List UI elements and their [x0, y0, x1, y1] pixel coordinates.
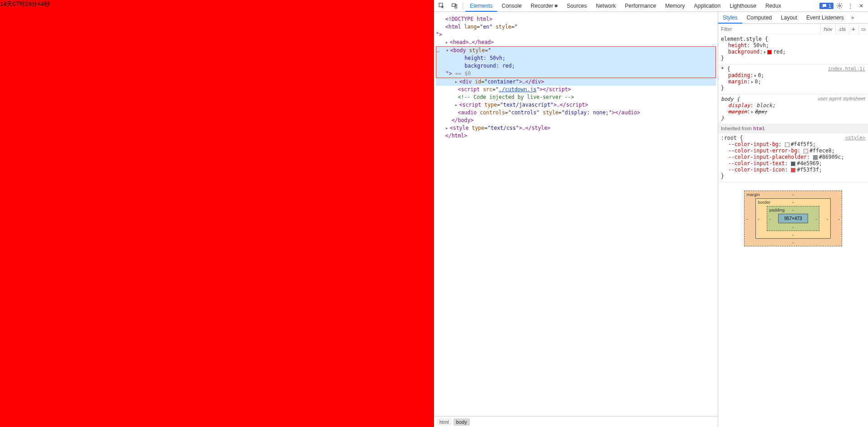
style-rules: element.style { height: 50vh; background… [718, 34, 868, 182]
ua-label: user agent stylesheet [818, 96, 865, 101]
elements-panel: <!DOCTYPE html> <html lang="en" style=" … [434, 12, 718, 427]
rule-element-style[interactable]: element.style { height: 50vh; background… [718, 34, 868, 64]
tab-performance[interactable]: Performance [620, 0, 661, 12]
devtools-body: <!DOCTYPE html> <html lang="en" style=" … [434, 12, 868, 427]
inspect-icon[interactable] [436, 0, 448, 12]
close-icon[interactable]: ✕ [856, 3, 866, 9]
tab-event-listeners[interactable]: Event Listeners [802, 12, 848, 24]
source-link[interactable]: <style> [845, 135, 865, 140]
dom-tree[interactable]: <!DOCTYPE html> <html lang="en" style=" … [434, 12, 718, 416]
crumb-html[interactable]: html [437, 418, 452, 426]
tab-redux[interactable]: Redux [761, 0, 786, 12]
tab-layout[interactable]: Layout [776, 12, 802, 24]
color-swatch-icon[interactable] [804, 149, 808, 153]
recorder-badge-icon [555, 5, 557, 7]
more-icon[interactable]: ⋮ [845, 3, 855, 9]
crumb-body[interactable]: body [454, 418, 470, 426]
color-swatch-icon[interactable] [791, 162, 795, 166]
rendered-page: 14天07时28分44秒 [0, 0, 434, 427]
tab-network[interactable]: Network [591, 0, 620, 12]
rule-body-ua[interactable]: user agent stylesheet body { display: bl… [718, 94, 868, 124]
countdown-text: 14天07时28分44秒 [0, 0, 50, 8]
tab-computed[interactable]: Computed [742, 12, 776, 24]
color-swatch-icon[interactable] [813, 155, 818, 160]
tab-recorder[interactable]: Recorder [526, 0, 562, 12]
svg-point-3 [838, 5, 840, 7]
new-rule-button[interactable]: + [849, 24, 858, 34]
styles-more-icon[interactable]: » [848, 15, 857, 21]
device-toggle-icon[interactable] [449, 0, 460, 12]
computed-toggle-icon[interactable]: ▭ [858, 24, 868, 34]
color-swatch-icon[interactable] [791, 168, 795, 172]
inherited-from: Inherited from html [718, 124, 868, 133]
main-tabs: Elements Console Recorder Sources Networ… [465, 0, 786, 12]
tab-console[interactable]: Console [497, 0, 526, 12]
styles-panel: Styles Computed Layout Event Listeners »… [718, 12, 868, 427]
tab-elements[interactable]: Elements [465, 0, 497, 12]
tab-memory[interactable]: Memory [661, 0, 689, 12]
tab-sources[interactable]: Sources [562, 0, 591, 12]
rule-star[interactable]: index.html:1( * { padding:0; margin:0; } [718, 64, 868, 94]
source-link[interactable]: index.html:1( [828, 66, 865, 71]
tab-lighthouse[interactable]: Lighthouse [725, 0, 761, 12]
devtools-tabbar: Elements Console Recorder Sources Networ… [434, 0, 868, 12]
script-link[interactable]: ./cutdown.js [499, 86, 537, 93]
selected-node[interactable]: … ▾<body style=" height: 50vh; backgroun… [436, 46, 716, 78]
divider [463, 2, 463, 10]
styles-filter-row: :hov .cls + ▭ [718, 24, 868, 34]
color-swatch-icon[interactable] [767, 50, 772, 54]
hov-toggle[interactable]: :hov [820, 24, 835, 34]
styles-filter-input[interactable] [718, 24, 819, 34]
box-model[interactable]: margin - - - - border - - - - [718, 182, 868, 255]
app-root: 14天07时28分44秒 Elements Console Recorder S… [0, 0, 868, 427]
styles-tabs: Styles Computed Layout Event Listeners » [718, 12, 868, 24]
issues-badge[interactable]: 1 [819, 3, 833, 9]
tab-styles[interactable]: Styles [718, 12, 742, 24]
tab-application[interactable]: Application [690, 0, 725, 12]
box-content: 957×473 [778, 214, 808, 223]
cls-toggle[interactable]: .cls [835, 24, 848, 34]
devtools-panel: Elements Console Recorder Sources Networ… [434, 0, 868, 427]
settings-icon[interactable] [834, 2, 844, 9]
color-swatch-icon[interactable] [785, 142, 789, 147]
rule-root[interactable]: <style> :root { --color-input-bg: #f4f5f… [718, 133, 868, 182]
breadcrumb: html body [434, 416, 718, 427]
